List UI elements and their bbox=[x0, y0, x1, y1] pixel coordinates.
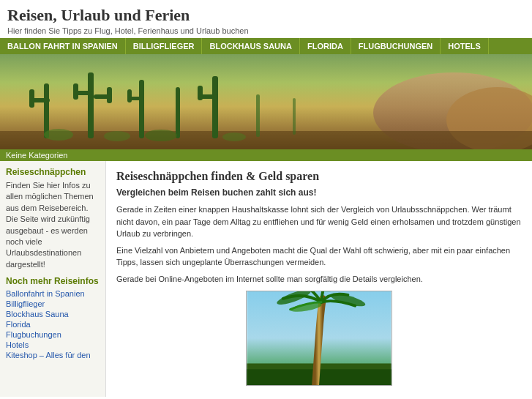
nav-item-ballon[interactable]: BALLON FAHRT IN SPANIEN bbox=[0, 38, 126, 54]
page-header: Reisen, Urlaub und Ferien Hier finden Si… bbox=[0, 0, 532, 38]
list-item: Blockhaus Sauna bbox=[6, 310, 100, 318]
nav-item-flugbuchungen[interactable]: FLUGBUCHUNGEN bbox=[351, 38, 441, 54]
svg-rect-15 bbox=[176, 87, 180, 138]
svg-rect-11 bbox=[107, 87, 112, 103]
main-content: Reiseschnäppchen finden & Geld sparen Ve… bbox=[106, 161, 532, 397]
sidebar-link-hotels[interactable]: Hotels bbox=[6, 340, 29, 349]
sidebar-link-ballon[interactable]: Ballonfahrt in Spanien bbox=[6, 289, 85, 298]
nav-item-blockhaus[interactable]: BLOCKHAUS SAUNA bbox=[202, 38, 299, 54]
nav-item-florida[interactable]: FLORIDA bbox=[300, 38, 351, 54]
hero-image bbox=[0, 54, 532, 149]
list-item: Ballonfahrt in Spanien bbox=[6, 289, 100, 298]
svg-rect-16 bbox=[212, 76, 218, 138]
svg-rect-14 bbox=[127, 89, 132, 102]
svg-rect-18 bbox=[198, 86, 203, 100]
list-item: Hotels bbox=[6, 340, 100, 349]
list-item: Flugbuchungen bbox=[6, 330, 100, 339]
sidebar-link-florida[interactable]: Florida bbox=[6, 320, 31, 329]
sidebar: Reiseschnäppchen Finden Sie hier Infos z… bbox=[0, 161, 106, 397]
page-subtitle: Hier finden Sie Tipps zu Flug, Hotel, Fe… bbox=[7, 26, 525, 35]
list-item: Kiteshop – Alles für den bbox=[6, 351, 100, 359]
svg-rect-19 bbox=[256, 94, 260, 137]
svg-point-23 bbox=[145, 130, 177, 141]
svg-rect-20 bbox=[293, 98, 296, 135]
sidebar-section2-title: Noch mehr Reiseinfos bbox=[6, 276, 100, 286]
main-para2: Eine Vielzahl von Anbietern und Angebote… bbox=[116, 245, 522, 269]
main-subtitle: Vergleichen beim Reisen buchen zahlt sic… bbox=[116, 187, 522, 198]
sidebar-link-blockhaus[interactable]: Blockhaus Sauna bbox=[6, 310, 69, 318]
nav-item-hotels[interactable]: HOTELS bbox=[441, 38, 489, 54]
page-title: Reisen, Urlaub und Ferien bbox=[7, 6, 525, 25]
svg-rect-6 bbox=[29, 89, 34, 108]
content-area: Reiseschnäppchen Finden Sie hier Infos z… bbox=[0, 161, 532, 397]
nav-item-billigflieger[interactable]: BILLIGFLIEGER bbox=[126, 38, 203, 54]
hero-svg bbox=[0, 54, 532, 149]
sidebar-link-billigflieger[interactable]: Billigflieger bbox=[6, 299, 45, 308]
sidebar-section1-desc: Finden Sie hier Infos zu allen möglichen… bbox=[6, 180, 100, 270]
list-item: Billigflieger bbox=[6, 299, 100, 308]
sidebar-link-flugbuchungen[interactable]: Flugbuchungen bbox=[6, 330, 61, 339]
palm-image bbox=[246, 291, 392, 386]
sidebar-section1-title: Reiseschnäppchen bbox=[6, 167, 100, 177]
sidebar-links: Ballonfahrt in Spanien Billigflieger Blo… bbox=[6, 289, 100, 359]
sidebar-link-kiteshop[interactable]: Kiteshop – Alles für den bbox=[6, 351, 91, 359]
list-item: Florida bbox=[6, 320, 100, 329]
svg-rect-12 bbox=[139, 80, 144, 138]
svg-rect-3 bbox=[0, 131, 532, 149]
kategorie-bar: Keine Kategorien bbox=[0, 149, 532, 161]
svg-point-24 bbox=[222, 133, 246, 141]
svg-point-22 bbox=[104, 131, 130, 141]
svg-rect-4 bbox=[44, 83, 49, 138]
main-para3: Gerade bei Online-Angeboten im Internet … bbox=[116, 273, 522, 286]
main-nav: BALLON FAHRT IN SPANIEN BILLIGFLIEGER BL… bbox=[0, 38, 532, 54]
svg-point-21 bbox=[44, 129, 73, 141]
svg-rect-9 bbox=[73, 83, 78, 100]
svg-rect-7 bbox=[88, 72, 94, 138]
main-para1: Gerade in Zeiten einer knappen Haushalts… bbox=[116, 204, 522, 240]
main-title: Reiseschnäppchen finden & Geld sparen bbox=[116, 170, 522, 183]
